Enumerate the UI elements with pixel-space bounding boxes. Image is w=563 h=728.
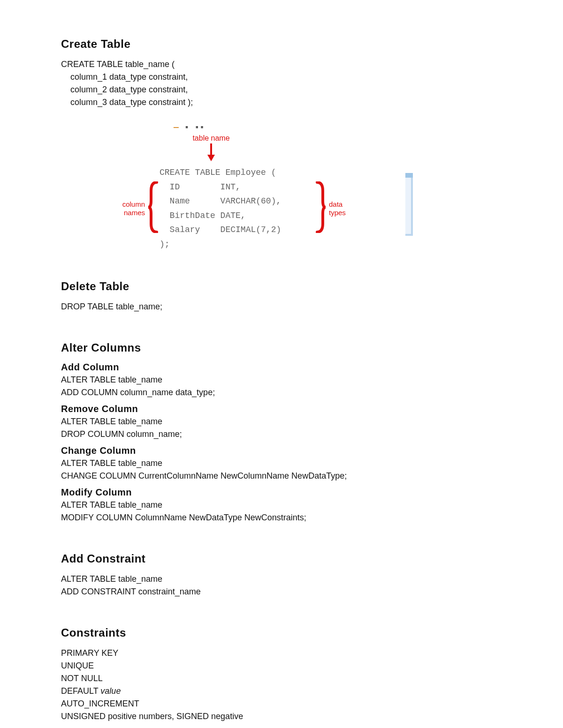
constraint-item: UNIQUE: [61, 661, 94, 670]
subheading-remove-column: Remove Column: [61, 404, 502, 414]
constraint-item: DEFAULT: [61, 686, 100, 696]
heading-constraints: Constraints: [61, 626, 502, 639]
diagram-top-fragment: —▪ ▪▪: [174, 123, 375, 132]
constraint-default-value: value: [100, 686, 121, 696]
subheading-modify-column: Modify Column: [61, 487, 502, 498]
code-add-column: ALTER TABLE table_name ADD COLUMN column…: [61, 374, 502, 399]
subheading-add-column: Add Column: [61, 362, 502, 373]
label-types: types: [329, 209, 346, 217]
constraints-list: PRIMARY KEY UNIQUE NOT NULL DEFAULT valu…: [61, 647, 502, 723]
code-delete-table: DROP TABLE table_name;: [61, 300, 502, 313]
label-names: names: [124, 209, 145, 217]
constraint-item: UNSIGNED positive numbers, SIGNED negati…: [61, 712, 243, 721]
left-brace-icon: [147, 181, 160, 235]
subheading-change-column: Change Column: [61, 445, 502, 456]
left-brace-annotation: column names: [110, 181, 160, 235]
arrow-down-icon: [141, 143, 282, 164]
heading-delete-table: Delete Table: [61, 280, 502, 293]
diagram-code: column names data types: [160, 165, 375, 252]
constraint-item: NOT NULL: [61, 674, 103, 683]
right-brace-annotation: data types: [314, 181, 361, 235]
label-column: column: [122, 200, 145, 208]
selection-highlight-bar: [405, 178, 413, 236]
diagram-code-line: CREATE TABLE Employee (: [160, 165, 375, 180]
constraint-item: AUTO_INCREMENT: [61, 699, 139, 708]
code-remove-column: ALTER TABLE table_name DROP COLUMN colum…: [61, 415, 502, 441]
label-data: data: [329, 200, 342, 208]
code-add-constraint: ALTER TABLE table_name ADD CONSTRAINT co…: [61, 573, 502, 598]
code-modify-column: ALTER TABLE table_name MODIFY COLUMN Col…: [61, 499, 502, 524]
diagram-label-table-name: table name: [141, 134, 282, 143]
code-create-table: CREATE TABLE table_name ( column_1 data_…: [61, 58, 502, 109]
right-brace-icon: [314, 181, 327, 235]
svg-marker-1: [207, 155, 215, 161]
document-page: Create Table CREATE TABLE table_name ( c…: [0, 0, 563, 728]
heading-alter-columns: Alter Columns: [61, 341, 502, 354]
diagram-code-line: );: [160, 237, 375, 252]
constraint-item: PRIMARY KEY: [61, 648, 118, 658]
create-table-diagram: —▪ ▪▪ table name column names: [113, 123, 375, 252]
code-change-column: ALTER TABLE table_name CHANGE COLUMN Cur…: [61, 457, 502, 482]
heading-create-table: Create Table: [61, 38, 502, 51]
heading-add-constraint: Add Constraint: [61, 552, 502, 565]
